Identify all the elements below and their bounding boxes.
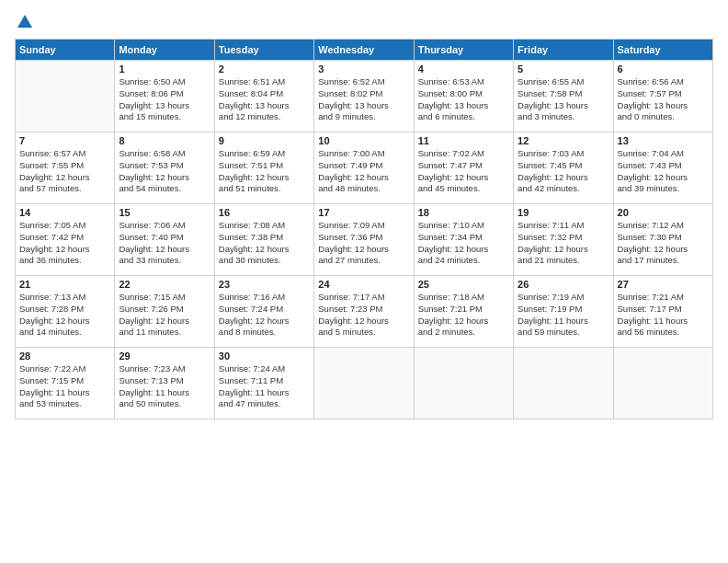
day-info: Sunrise: 6:51 AM Sunset: 8:04 PM Dayligh… bbox=[219, 76, 310, 123]
day-info: Sunrise: 7:13 AM Sunset: 7:28 PM Dayligh… bbox=[19, 292, 110, 339]
day-info: Sunrise: 7:23 AM Sunset: 7:13 PM Dayligh… bbox=[119, 363, 210, 410]
header bbox=[15, 15, 713, 29]
day-number: 12 bbox=[518, 135, 609, 146]
calendar-cell: 13Sunrise: 7:04 AM Sunset: 7:43 PM Dayli… bbox=[613, 132, 712, 204]
calendar-cell: 21Sunrise: 7:13 AM Sunset: 7:28 PM Dayli… bbox=[16, 276, 115, 348]
weekday-header-monday: Monday bbox=[115, 40, 214, 61]
calendar-cell: 26Sunrise: 7:19 AM Sunset: 7:19 PM Dayli… bbox=[514, 276, 613, 348]
day-number: 20 bbox=[618, 207, 709, 218]
calendar-cell: 25Sunrise: 7:18 AM Sunset: 7:21 PM Dayli… bbox=[414, 276, 513, 348]
day-number: 27 bbox=[618, 279, 709, 290]
day-number: 2 bbox=[219, 63, 310, 75]
weekday-header-row: SundayMondayTuesdayWednesdayThursdayFrid… bbox=[16, 40, 713, 61]
day-number: 23 bbox=[219, 279, 310, 290]
calendar-cell bbox=[314, 348, 414, 419]
day-number: 6 bbox=[618, 63, 709, 75]
weekday-header-friday: Friday bbox=[514, 40, 613, 61]
day-number: 8 bbox=[119, 135, 210, 146]
calendar-cell: 22Sunrise: 7:15 AM Sunset: 7:26 PM Dayli… bbox=[115, 276, 214, 348]
weekday-header-sunday: Sunday bbox=[16, 40, 115, 61]
day-number: 17 bbox=[318, 207, 409, 218]
day-info: Sunrise: 7:17 AM Sunset: 7:23 PM Dayligh… bbox=[318, 292, 409, 339]
calendar-cell: 12Sunrise: 7:03 AM Sunset: 7:45 PM Dayli… bbox=[514, 132, 613, 204]
day-info: Sunrise: 7:06 AM Sunset: 7:40 PM Dayligh… bbox=[119, 220, 210, 267]
weekday-header-tuesday: Tuesday bbox=[214, 40, 313, 61]
calendar-week-row: 21Sunrise: 7:13 AM Sunset: 7:28 PM Dayli… bbox=[16, 276, 713, 348]
day-info: Sunrise: 6:57 AM Sunset: 7:55 PM Dayligh… bbox=[19, 148, 110, 195]
day-info: Sunrise: 6:55 AM Sunset: 7:58 PM Dayligh… bbox=[518, 76, 609, 123]
calendar-cell bbox=[514, 348, 613, 419]
day-number: 7 bbox=[19, 135, 110, 146]
day-info: Sunrise: 7:05 AM Sunset: 7:42 PM Dayligh… bbox=[19, 220, 110, 267]
calendar-cell: 7Sunrise: 6:57 AM Sunset: 7:55 PM Daylig… bbox=[16, 132, 115, 204]
page: SundayMondayTuesdayWednesdayThursdayFrid… bbox=[0, 0, 728, 563]
weekday-header-saturday: Saturday bbox=[613, 40, 712, 61]
calendar-cell: 3Sunrise: 6:52 AM Sunset: 8:02 PM Daylig… bbox=[314, 61, 414, 132]
calendar-cell: 20Sunrise: 7:12 AM Sunset: 7:30 PM Dayli… bbox=[613, 204, 712, 276]
calendar-cell: 17Sunrise: 7:09 AM Sunset: 7:36 PM Dayli… bbox=[314, 204, 414, 276]
calendar-week-row: 1Sunrise: 6:50 AM Sunset: 8:06 PM Daylig… bbox=[16, 61, 713, 132]
day-info: Sunrise: 6:58 AM Sunset: 7:53 PM Dayligh… bbox=[119, 148, 210, 195]
day-info: Sunrise: 6:53 AM Sunset: 8:00 PM Dayligh… bbox=[418, 76, 509, 123]
logo-triangle-icon bbox=[17, 15, 32, 28]
calendar-cell: 14Sunrise: 7:05 AM Sunset: 7:42 PM Dayli… bbox=[16, 204, 115, 276]
day-info: Sunrise: 7:12 AM Sunset: 7:30 PM Dayligh… bbox=[618, 220, 709, 267]
calendar-table: SundayMondayTuesdayWednesdayThursdayFrid… bbox=[15, 39, 713, 419]
calendar-cell: 1Sunrise: 6:50 AM Sunset: 8:06 PM Daylig… bbox=[115, 61, 214, 132]
calendar-cell: 9Sunrise: 6:59 AM Sunset: 7:51 PM Daylig… bbox=[214, 132, 313, 204]
calendar-cell: 6Sunrise: 6:56 AM Sunset: 7:57 PM Daylig… bbox=[613, 61, 712, 132]
day-number: 19 bbox=[518, 207, 609, 218]
calendar-cell bbox=[414, 348, 513, 419]
day-info: Sunrise: 6:59 AM Sunset: 7:51 PM Dayligh… bbox=[219, 148, 310, 195]
day-number: 1 bbox=[119, 63, 210, 75]
day-number: 28 bbox=[19, 350, 110, 362]
calendar-week-row: 14Sunrise: 7:05 AM Sunset: 7:42 PM Dayli… bbox=[16, 204, 713, 276]
calendar-cell: 28Sunrise: 7:22 AM Sunset: 7:15 PM Dayli… bbox=[16, 348, 115, 419]
day-info: Sunrise: 7:10 AM Sunset: 7:34 PM Dayligh… bbox=[418, 220, 509, 267]
day-info: Sunrise: 7:16 AM Sunset: 7:24 PM Dayligh… bbox=[219, 292, 310, 339]
calendar-cell: 29Sunrise: 7:23 AM Sunset: 7:13 PM Dayli… bbox=[115, 348, 214, 419]
logo bbox=[15, 15, 32, 29]
day-info: Sunrise: 6:52 AM Sunset: 8:02 PM Dayligh… bbox=[318, 76, 409, 123]
day-number: 29 bbox=[119, 350, 210, 362]
calendar-cell: 27Sunrise: 7:21 AM Sunset: 7:17 PM Dayli… bbox=[613, 276, 712, 348]
weekday-header-wednesday: Wednesday bbox=[314, 40, 414, 61]
calendar-cell: 24Sunrise: 7:17 AM Sunset: 7:23 PM Dayli… bbox=[314, 276, 414, 348]
day-info: Sunrise: 7:21 AM Sunset: 7:17 PM Dayligh… bbox=[618, 292, 709, 339]
day-number: 24 bbox=[318, 279, 409, 290]
day-info: Sunrise: 7:04 AM Sunset: 7:43 PM Dayligh… bbox=[618, 148, 709, 195]
calendar-cell: 10Sunrise: 7:00 AM Sunset: 7:49 PM Dayli… bbox=[314, 132, 414, 204]
calendar-cell: 23Sunrise: 7:16 AM Sunset: 7:24 PM Dayli… bbox=[214, 276, 313, 348]
day-number: 5 bbox=[518, 63, 609, 75]
day-info: Sunrise: 7:24 AM Sunset: 7:11 PM Dayligh… bbox=[219, 363, 310, 410]
day-info: Sunrise: 7:02 AM Sunset: 7:47 PM Dayligh… bbox=[418, 148, 509, 195]
day-number: 9 bbox=[219, 135, 310, 146]
calendar-cell bbox=[16, 61, 115, 132]
day-number: 25 bbox=[418, 279, 509, 290]
calendar-cell: 11Sunrise: 7:02 AM Sunset: 7:47 PM Dayli… bbox=[414, 132, 513, 204]
day-number: 11 bbox=[418, 135, 509, 146]
day-info: Sunrise: 6:50 AM Sunset: 8:06 PM Dayligh… bbox=[119, 76, 210, 123]
day-number: 30 bbox=[219, 350, 310, 362]
day-info: Sunrise: 7:03 AM Sunset: 7:45 PM Dayligh… bbox=[518, 148, 609, 195]
day-number: 4 bbox=[418, 63, 509, 75]
day-number: 3 bbox=[318, 63, 409, 75]
weekday-header-thursday: Thursday bbox=[414, 40, 513, 61]
calendar-week-row: 7Sunrise: 6:57 AM Sunset: 7:55 PM Daylig… bbox=[16, 132, 713, 204]
day-info: Sunrise: 7:15 AM Sunset: 7:26 PM Dayligh… bbox=[119, 292, 210, 339]
day-info: Sunrise: 7:11 AM Sunset: 7:32 PM Dayligh… bbox=[518, 220, 609, 267]
day-info: Sunrise: 7:00 AM Sunset: 7:49 PM Dayligh… bbox=[318, 148, 409, 195]
calendar-cell: 8Sunrise: 6:58 AM Sunset: 7:53 PM Daylig… bbox=[115, 132, 214, 204]
day-info: Sunrise: 7:22 AM Sunset: 7:15 PM Dayligh… bbox=[19, 363, 110, 410]
calendar-cell: 5Sunrise: 6:55 AM Sunset: 7:58 PM Daylig… bbox=[514, 61, 613, 132]
day-number: 15 bbox=[119, 207, 210, 218]
day-info: Sunrise: 7:19 AM Sunset: 7:19 PM Dayligh… bbox=[518, 292, 609, 339]
day-info: Sunrise: 7:09 AM Sunset: 7:36 PM Dayligh… bbox=[318, 220, 409, 267]
calendar-cell: 19Sunrise: 7:11 AM Sunset: 7:32 PM Dayli… bbox=[514, 204, 613, 276]
day-number: 22 bbox=[119, 279, 210, 290]
calendar-cell: 18Sunrise: 7:10 AM Sunset: 7:34 PM Dayli… bbox=[414, 204, 513, 276]
calendar-cell: 30Sunrise: 7:24 AM Sunset: 7:11 PM Dayli… bbox=[214, 348, 313, 419]
day-info: Sunrise: 7:08 AM Sunset: 7:38 PM Dayligh… bbox=[219, 220, 310, 267]
day-number: 10 bbox=[318, 135, 409, 146]
day-number: 18 bbox=[418, 207, 509, 218]
